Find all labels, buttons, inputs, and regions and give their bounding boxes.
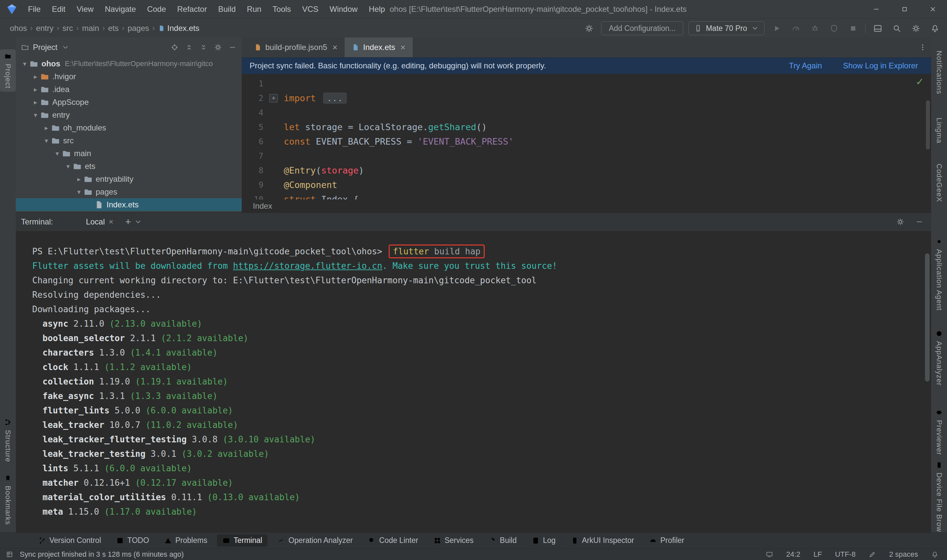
fold-marker-icon[interactable] <box>263 91 284 106</box>
tree-item-entryability[interactable]: ▸entryability <box>16 172 242 185</box>
tree-item-pages[interactable]: ▾pages <box>16 185 242 198</box>
chevron-down-icon[interactable] <box>62 43 69 51</box>
debug-icon[interactable] <box>808 22 822 35</box>
stripe-button-application-agent[interactable]: Application Agent <box>931 238 947 311</box>
code-line[interactable]: 10struct Index { <box>242 192 931 200</box>
terminal-output[interactable]: PS E:\Flutter\test\FlutterOpenHarmony-ma… <box>16 231 931 533</box>
tree-item-index.ets[interactable]: Index.ets <box>16 198 242 211</box>
terminal-settings-icon[interactable] <box>896 218 904 226</box>
show-log-link[interactable]: Show Log in Explorer <box>843 61 918 70</box>
minimize-terminal-icon[interactable] <box>915 218 923 226</box>
tree-toggle-icon[interactable]: ▾ <box>42 137 51 145</box>
tree-toggle-icon[interactable]: ▸ <box>31 85 40 93</box>
code-line[interactable]: 4 <box>242 106 931 120</box>
new-terminal-icon[interactable]: + <box>125 216 131 228</box>
editor-scrollbar[interactable] <box>926 100 930 149</box>
menu-item-navigate[interactable]: Navigate <box>99 0 142 18</box>
stripe-button-project[interactable]: Project <box>0 49 16 92</box>
stripe-button-previewer[interactable]: Previewer <box>931 409 947 455</box>
tab-build-profile-json5[interactable]: build-profile.json5 × <box>247 37 345 57</box>
device-manager-icon[interactable] <box>871 22 884 35</box>
collapse-all-icon[interactable] <box>200 43 208 51</box>
close-tab-icon[interactable]: × <box>400 42 405 52</box>
menu-item-run[interactable]: Run <box>241 0 267 18</box>
menu-item-window[interactable]: Window <box>324 0 363 18</box>
tool-button-profiler[interactable]: Profiler <box>644 534 690 546</box>
menu-item-file[interactable]: File <box>22 0 46 18</box>
minimize-button[interactable] <box>862 0 890 18</box>
tree-item-entry[interactable]: ▾entry <box>16 108 242 121</box>
sync-settings-icon[interactable] <box>582 22 596 35</box>
stripe-button-appanalyzer[interactable]: AppAnalyzer <box>931 330 947 386</box>
readonly-icon[interactable] <box>869 551 876 558</box>
notifications-icon[interactable] <box>928 22 942 35</box>
tree-item-.hvigor[interactable]: ▸.hvigor <box>16 70 242 83</box>
settings-icon[interactable] <box>909 22 923 35</box>
code-editor[interactable]: ✓ 12import ...45let storage = LocalStora… <box>242 74 931 200</box>
profile-icon[interactable] <box>789 22 803 35</box>
close-tab-icon[interactable]: × <box>333 42 337 52</box>
menu-item-refactor[interactable]: Refactor <box>172 0 213 18</box>
tree-item-appscope[interactable]: ▸AppScope <box>16 95 242 108</box>
hide-panel-icon[interactable] <box>228 43 236 51</box>
breadcrumb-main[interactable]: main <box>80 24 100 33</box>
code-line[interactable]: 2import ... <box>242 91 931 106</box>
status-notifications-icon[interactable] <box>931 551 938 558</box>
menu-item-tools[interactable]: Tools <box>267 0 297 18</box>
code-line[interactable]: 8@Entry(storage) <box>242 163 931 178</box>
tree-toggle-icon[interactable]: ▾ <box>74 188 84 196</box>
menu-item-code[interactable]: Code <box>142 0 171 18</box>
stripe-button-device-file-browser[interactable]: Device File Browser <box>931 462 947 543</box>
run-icon[interactable] <box>770 22 784 35</box>
tree-item-src[interactable]: ▾src <box>16 134 242 147</box>
menu-item-vcs[interactable]: VCS <box>297 0 324 18</box>
tree-toggle-icon[interactable]: ▾ <box>20 60 29 68</box>
menu-item-edit[interactable]: Edit <box>46 0 71 18</box>
try-again-link[interactable]: Try Again <box>789 61 822 70</box>
breadcrumb-src[interactable]: src <box>61 24 74 33</box>
breadcrumb-pages[interactable]: pages <box>126 24 150 33</box>
tool-button-todo[interactable]: TODO <box>111 534 154 546</box>
window-layout-icon[interactable] <box>6 551 13 558</box>
add-configuration-button[interactable]: Add Configuration... <box>601 22 683 35</box>
terminal-dropdown-icon[interactable] <box>134 218 142 226</box>
locate-file-icon[interactable] <box>171 43 179 51</box>
tree-item-ohos[interactable]: ▾ohosE:\Flutter\test\FlutterOpenHarmony-… <box>16 57 242 70</box>
close-terminal-tab-icon[interactable]: × <box>109 217 114 226</box>
screen-icon[interactable] <box>766 551 773 558</box>
stripe-button-bookmarks[interactable]: Bookmarks <box>0 475 16 525</box>
tree-item-ets[interactable]: ▾ets <box>16 160 242 172</box>
expand-all-icon[interactable] <box>185 43 193 51</box>
tool-button-code-linter[interactable]: Code Linter <box>363 534 423 546</box>
tab-index-ets[interactable]: Index.ets × <box>345 37 413 57</box>
tool-button-arkui-inspector[interactable]: ArkUI Inspector <box>565 534 639 546</box>
stripe-button-structure[interactable]: Structure <box>0 419 16 462</box>
file-encoding[interactable]: UTF-8 <box>835 550 856 559</box>
tree-toggle-icon[interactable]: ▸ <box>31 98 40 106</box>
tree-toggle-icon[interactable]: ▸ <box>74 175 84 183</box>
tree-item-.idea[interactable]: ▸.idea <box>16 83 242 95</box>
menu-item-help[interactable]: Help <box>363 0 391 18</box>
search-everywhere-icon[interactable] <box>890 22 904 35</box>
tool-button-log[interactable]: Log <box>527 534 561 546</box>
tool-button-build[interactable]: Build <box>484 534 522 546</box>
inspection-ok-icon[interactable]: ✓ <box>916 76 924 88</box>
panel-settings-icon[interactable] <box>214 43 222 51</box>
maximize-button[interactable] <box>890 0 919 18</box>
indent-setting[interactable]: 2 spaces <box>889 550 918 559</box>
code-line[interactable]: 7 <box>242 149 931 163</box>
device-selector[interactable]: Mate 70 Pro <box>688 22 764 35</box>
breadcrumb-index.ets[interactable]: Index.ets <box>157 24 200 33</box>
stripe-button-lingma[interactable]: Lingma <box>931 118 947 143</box>
tree-item-main[interactable]: ▾main <box>16 147 242 160</box>
tool-button-operation-analyzer[interactable]: Operation Analyzer <box>272 534 358 546</box>
close-button[interactable] <box>919 0 947 18</box>
stripe-button-codegeex[interactable]: CodeGeeX <box>931 164 947 202</box>
tree-item-oh-modules[interactable]: ▸oh_modules <box>16 121 242 134</box>
tool-button-services[interactable]: Services <box>428 534 479 546</box>
menu-item-build[interactable]: Build <box>212 0 241 18</box>
tree-toggle-icon[interactable]: ▸ <box>31 72 40 80</box>
more-tabs-icon[interactable] <box>919 37 927 57</box>
line-separator[interactable]: LF <box>813 550 822 559</box>
breadcrumb-entry[interactable]: entry <box>34 24 55 33</box>
